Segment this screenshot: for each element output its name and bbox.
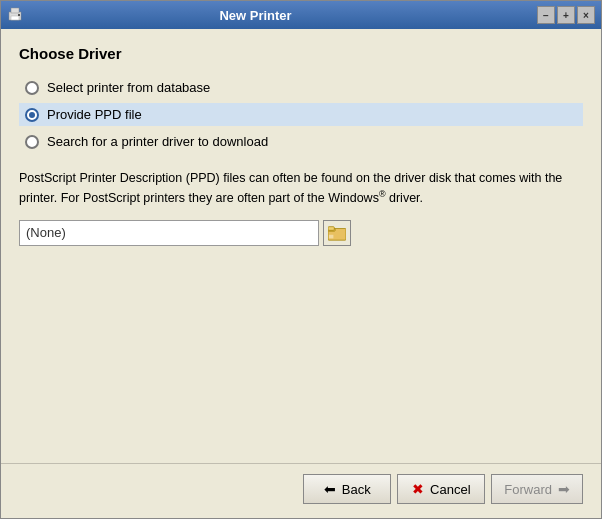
svg-rect-2	[11, 8, 19, 13]
back-icon: ⬅	[324, 481, 336, 497]
folder-icon	[328, 225, 346, 241]
radio-label-search: Search for a printer driver to download	[47, 134, 268, 149]
window-controls: − + ×	[537, 6, 595, 24]
printer-icon	[7, 7, 23, 23]
radio-item-database[interactable]: Select printer from database	[19, 76, 583, 99]
back-button[interactable]: ⬅ Back	[303, 474, 391, 504]
forward-button[interactable]: Forward ➡	[491, 474, 583, 504]
cancel-label: Cancel	[430, 482, 470, 497]
svg-rect-7	[329, 234, 334, 238]
spacer	[19, 262, 583, 447]
radio-label-ppd: Provide PPD file	[47, 107, 142, 122]
forward-icon: ➡	[558, 481, 570, 497]
window: New Printer − + × Choose Driver Select p…	[0, 0, 602, 519]
radio-label-database: Select printer from database	[47, 80, 210, 95]
file-input-row	[19, 220, 583, 246]
svg-rect-3	[18, 14, 20, 16]
close-button[interactable]: ×	[577, 6, 595, 24]
ppd-file-input[interactable]	[19, 220, 319, 246]
browse-button[interactable]	[323, 220, 351, 246]
description-text: PostScript Printer Description (PPD) fil…	[19, 169, 583, 208]
title-bar: New Printer − + ×	[1, 1, 601, 29]
minimize-button[interactable]: −	[537, 6, 555, 24]
back-label: Back	[342, 482, 371, 497]
svg-rect-1	[11, 16, 19, 20]
cancel-button[interactable]: ✖ Cancel	[397, 474, 485, 504]
radio-ppd[interactable]	[25, 108, 39, 122]
radio-database[interactable]	[25, 81, 39, 95]
button-bar: ⬅ Back ✖ Cancel Forward ➡	[1, 463, 601, 518]
svg-rect-6	[328, 226, 334, 230]
radio-item-search[interactable]: Search for a printer driver to download	[19, 130, 583, 153]
forward-label: Forward	[504, 482, 552, 497]
radio-group: Select printer from database Provide PPD…	[19, 76, 583, 153]
cancel-icon: ✖	[412, 481, 424, 497]
main-content: Choose Driver Select printer from databa…	[1, 29, 601, 463]
maximize-button[interactable]: +	[557, 6, 575, 24]
radio-search[interactable]	[25, 135, 39, 149]
window-title: New Printer	[29, 8, 482, 23]
section-title: Choose Driver	[19, 45, 583, 62]
radio-item-ppd[interactable]: Provide PPD file	[19, 103, 583, 126]
